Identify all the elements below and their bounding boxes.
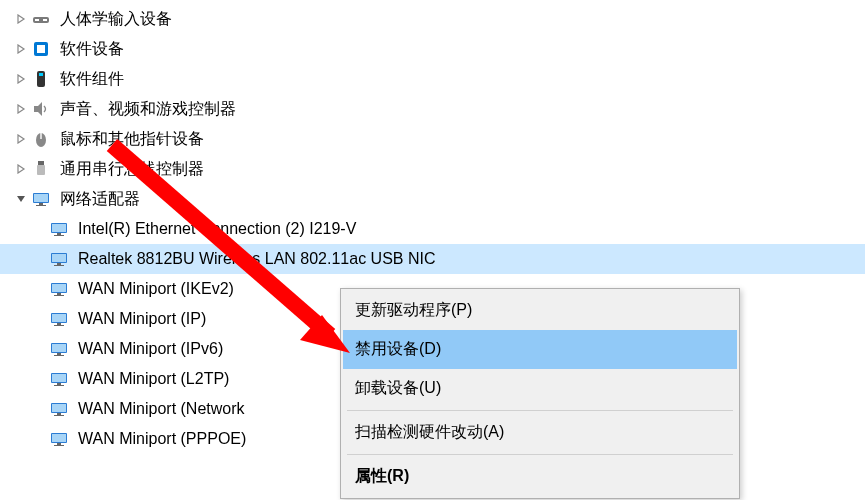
svg-rect-2 — [43, 19, 47, 21]
svg-rect-38 — [54, 385, 64, 386]
svg-rect-34 — [54, 355, 64, 356]
adapter-item[interactable]: Realtek 8812BU Wireless LAN 802.11ac USB… — [0, 244, 865, 274]
tree-item-label: 鼠标和其他指针设备 — [60, 129, 204, 150]
tree-item-label: 软件组件 — [60, 69, 124, 90]
adapter-label: WAN Miniport (L2TP) — [78, 370, 229, 388]
svg-rect-46 — [54, 445, 64, 446]
chevron-down-icon[interactable] — [14, 192, 28, 206]
svg-rect-24 — [52, 284, 66, 292]
adapter-label: WAN Miniport (IP) — [78, 310, 206, 328]
menu-scan-hardware[interactable]: 扫描检测硬件改动(A) — [343, 413, 737, 452]
svg-rect-29 — [57, 323, 61, 325]
network-adapter-icon — [48, 338, 70, 360]
menu-separator — [347, 410, 733, 411]
svg-rect-6 — [39, 73, 43, 76]
menu-update-driver[interactable]: 更新驱动程序(P) — [343, 291, 737, 330]
adapter-label: WAN Miniport (IPv6) — [78, 340, 223, 358]
menu-item-label: 卸载设备(U) — [355, 379, 441, 396]
svg-rect-45 — [57, 443, 61, 445]
menu-item-label: 扫描检测硬件改动(A) — [355, 423, 504, 440]
network-adapter-icon — [48, 308, 70, 330]
adapter-label: Realtek 8812BU Wireless LAN 802.11ac USB… — [78, 250, 436, 268]
svg-rect-13 — [39, 203, 43, 205]
network-adapter-icon — [48, 398, 70, 420]
svg-rect-22 — [54, 265, 64, 266]
svg-rect-21 — [57, 263, 61, 265]
context-menu: 更新驱动程序(P) 禁用设备(D) 卸载设备(U) 扫描检测硬件改动(A) 属性… — [340, 288, 740, 499]
menu-item-label: 属性(R) — [355, 467, 409, 484]
menu-uninstall-device[interactable]: 卸载设备(U) — [343, 369, 737, 408]
svg-rect-44 — [52, 434, 66, 442]
tree-item-mouse[interactable]: 鼠标和其他指针设备 — [0, 124, 865, 154]
svg-rect-42 — [54, 415, 64, 416]
menu-item-label: 更新驱动程序(P) — [355, 301, 472, 318]
svg-rect-14 — [36, 205, 46, 206]
software-component-icon — [30, 68, 52, 90]
svg-rect-12 — [34, 194, 48, 202]
svg-rect-9 — [38, 161, 44, 165]
network-adapter-icon — [48, 428, 70, 450]
tree-item-label: 人体学输入设备 — [60, 9, 172, 30]
hid-icon — [30, 8, 52, 30]
svg-rect-40 — [52, 404, 66, 412]
network-adapter-icon — [48, 218, 70, 240]
mouse-icon — [30, 128, 52, 150]
tree-item-sound[interactable]: 声音、视频和游戏控制器 — [0, 94, 865, 124]
chevron-right-icon[interactable] — [14, 162, 28, 176]
network-icon — [30, 188, 52, 210]
chevron-right-icon[interactable] — [14, 72, 28, 86]
svg-rect-41 — [57, 413, 61, 415]
svg-rect-18 — [54, 235, 64, 236]
software-device-icon — [30, 38, 52, 60]
svg-rect-16 — [52, 224, 66, 232]
network-adapter-icon — [48, 368, 70, 390]
svg-rect-25 — [57, 293, 61, 295]
sound-icon — [30, 98, 52, 120]
usb-icon — [30, 158, 52, 180]
svg-rect-1 — [35, 19, 39, 21]
chevron-right-icon[interactable] — [14, 132, 28, 146]
svg-rect-28 — [52, 314, 66, 322]
adapter-label: WAN Miniport (IKEv2) — [78, 280, 234, 298]
svg-rect-37 — [57, 383, 61, 385]
svg-rect-10 — [37, 165, 45, 175]
chevron-right-icon[interactable] — [14, 12, 28, 26]
network-adapter-icon — [48, 278, 70, 300]
svg-rect-17 — [57, 233, 61, 235]
menu-properties[interactable]: 属性(R) — [343, 457, 737, 496]
svg-rect-32 — [52, 344, 66, 352]
svg-rect-30 — [54, 325, 64, 326]
tree-item-software-devices[interactable]: 软件设备 — [0, 34, 865, 64]
svg-rect-20 — [52, 254, 66, 262]
menu-item-label: 禁用设备(D) — [355, 340, 441, 357]
menu-disable-device[interactable]: 禁用设备(D) — [343, 330, 737, 369]
tree-item-label: 通用串行总线控制器 — [60, 159, 204, 180]
adapter-label: WAN Miniport (PPPOE) — [78, 430, 246, 448]
tree-item-label: 声音、视频和游戏控制器 — [60, 99, 236, 120]
chevron-right-icon[interactable] — [14, 102, 28, 116]
svg-rect-36 — [52, 374, 66, 382]
svg-rect-33 — [57, 353, 61, 355]
adapter-label: WAN Miniport (Network — [78, 400, 245, 418]
network-adapter-icon — [48, 248, 70, 270]
chevron-right-icon[interactable] — [14, 42, 28, 56]
menu-separator — [347, 454, 733, 455]
tree-item-label: 网络适配器 — [60, 189, 140, 210]
adapter-item[interactable]: Intel(R) Ethernet Connection (2) I219-V — [0, 214, 865, 244]
adapter-label: Intel(R) Ethernet Connection (2) I219-V — [78, 220, 356, 238]
tree-item-hid[interactable]: 人体学输入设备 — [0, 4, 865, 34]
tree-item-usb[interactable]: 通用串行总线控制器 — [0, 154, 865, 184]
tree-item-software-components[interactable]: 软件组件 — [0, 64, 865, 94]
svg-rect-26 — [54, 295, 64, 296]
tree-item-label: 软件设备 — [60, 39, 124, 60]
tree-item-network[interactable]: 网络适配器 — [0, 184, 865, 214]
svg-rect-4 — [37, 45, 45, 53]
